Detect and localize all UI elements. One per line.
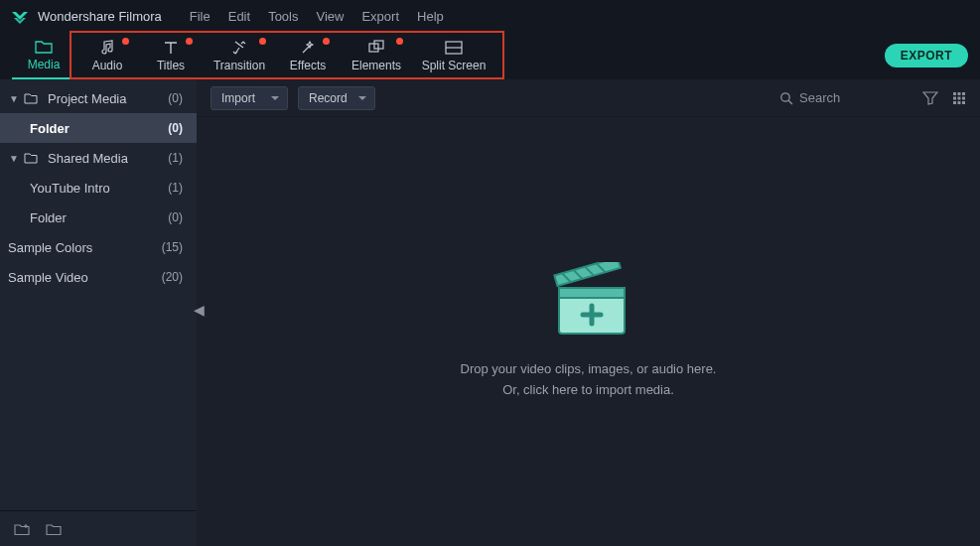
folder-icon <box>24 152 40 164</box>
tree-folder[interactable]: Folder (0) <box>0 203 197 232</box>
transition-icon <box>231 39 247 57</box>
app-title: Wondershare Filmora <box>38 9 162 24</box>
svg-rect-17 <box>554 262 620 286</box>
menu-bar: File Edit Tools View Export Help <box>190 9 444 24</box>
tree-count: (0) <box>168 210 183 224</box>
chevron-down-icon: ▼ <box>8 153 20 164</box>
main-area: ▼ Project Media (0) Folder (0) ▼ Shared … <box>0 79 980 546</box>
folder-icon <box>24 92 40 104</box>
notification-dot-icon <box>323 38 330 45</box>
svg-point-4 <box>781 92 789 100</box>
split-screen-icon <box>445 39 463 57</box>
sidebar-collapse-handle[interactable]: ◀ <box>194 302 205 318</box>
svg-rect-6 <box>953 92 956 95</box>
tab-effects[interactable]: Effects <box>276 32 340 79</box>
tree-label: Shared Media <box>48 151 128 166</box>
folder-icon <box>35 38 53 56</box>
menu-tools[interactable]: Tools <box>268 9 298 24</box>
drop-line1: Drop your video clips, images, or audio … <box>461 359 717 380</box>
tree-count: (20) <box>162 270 183 284</box>
new-folder-icon[interactable] <box>14 522 30 536</box>
svg-rect-7 <box>958 92 961 95</box>
clapboard-icon <box>543 262 634 343</box>
tab-split-screen[interactable]: Split Screen <box>413 32 494 79</box>
menu-help[interactable]: Help <box>417 9 444 24</box>
record-dropdown[interactable]: Record <box>298 86 375 110</box>
sidebar: ▼ Project Media (0) Folder (0) ▼ Shared … <box>0 79 197 546</box>
tree-count: (0) <box>168 91 183 105</box>
tree-label: Sample Colors <box>8 240 92 255</box>
tab-media[interactable]: Media <box>12 32 75 79</box>
tab-audio[interactable]: Audio <box>75 32 139 79</box>
svg-line-5 <box>788 100 792 104</box>
notification-dot-icon <box>122 38 129 45</box>
export-button[interactable]: EXPORT <box>885 44 968 68</box>
tree-project-media[interactable]: ▼ Project Media (0) <box>0 83 197 113</box>
tree-label: Folder <box>30 210 67 225</box>
svg-rect-16 <box>559 288 625 298</box>
menu-view[interactable]: View <box>316 9 344 24</box>
media-toolbar: Import Record Search <box>197 79 980 117</box>
svg-rect-13 <box>958 101 961 104</box>
notification-dot-icon <box>396 38 403 45</box>
import-dropdown[interactable]: Import <box>210 86 288 110</box>
tree-youtube-intro[interactable]: YouTube Intro (1) <box>0 173 197 203</box>
search-placeholder: Search <box>799 90 840 105</box>
folder-outline-icon[interactable] <box>46 522 62 536</box>
menu-file[interactable]: File <box>190 9 210 24</box>
overlap-icon <box>367 39 385 57</box>
search-icon <box>779 91 793 105</box>
tab-bar: Media Audio Titles Transition Effects El… <box>0 32 980 79</box>
tree-count: (0) <box>168 121 183 135</box>
tree-count: (15) <box>162 240 183 254</box>
tree-count: (1) <box>168 151 183 165</box>
notification-dot-icon <box>259 38 266 45</box>
tree-count: (1) <box>168 181 183 195</box>
menu-export[interactable]: Export <box>361 9 399 24</box>
tree-label: Sample Video <box>8 270 88 285</box>
wand-icon <box>300 39 316 57</box>
tree-label: Project Media <box>48 91 126 106</box>
grid-view-icon[interactable] <box>952 91 966 105</box>
title-bar: Wondershare Filmora File Edit Tools View… <box>0 0 980 32</box>
chevron-down-icon: ▼ <box>8 93 20 104</box>
svg-rect-12 <box>953 101 956 104</box>
svg-rect-11 <box>962 96 965 99</box>
menu-edit[interactable]: Edit <box>228 9 250 24</box>
tree-folder-selected[interactable]: Folder (0) <box>0 113 197 143</box>
svg-rect-10 <box>958 96 961 99</box>
tab-elements[interactable]: Elements <box>340 32 413 79</box>
music-note-icon <box>98 39 116 57</box>
tree-label: Folder <box>30 121 70 136</box>
tree-sample-video[interactable]: Sample Video (20) <box>0 262 197 292</box>
text-icon <box>163 39 179 57</box>
app-logo-icon <box>12 8 28 24</box>
svg-rect-8 <box>962 92 965 95</box>
drop-zone[interactable]: Drop your video clips, images, or audio … <box>197 117 980 546</box>
drop-text: Drop your video clips, images, or audio … <box>461 359 717 401</box>
tree-shared-media[interactable]: ▼ Shared Media (1) <box>0 143 197 173</box>
svg-rect-9 <box>953 96 956 99</box>
sidebar-footer <box>0 510 197 546</box>
tab-titles[interactable]: Titles <box>139 32 203 79</box>
tree-label: YouTube Intro <box>30 181 110 196</box>
tab-transition[interactable]: Transition <box>203 32 276 79</box>
tree-sample-colors[interactable]: Sample Colors (15) <box>0 232 197 262</box>
notification-dot-icon <box>186 38 193 45</box>
search-input[interactable]: Search <box>779 90 909 105</box>
media-tree: ▼ Project Media (0) Folder (0) ▼ Shared … <box>0 79 197 510</box>
svg-rect-14 <box>962 101 965 104</box>
drop-line2: Or, click here to import media. <box>461 380 717 401</box>
media-panel: Import Record Search <box>197 79 980 546</box>
filter-icon[interactable] <box>922 91 938 105</box>
